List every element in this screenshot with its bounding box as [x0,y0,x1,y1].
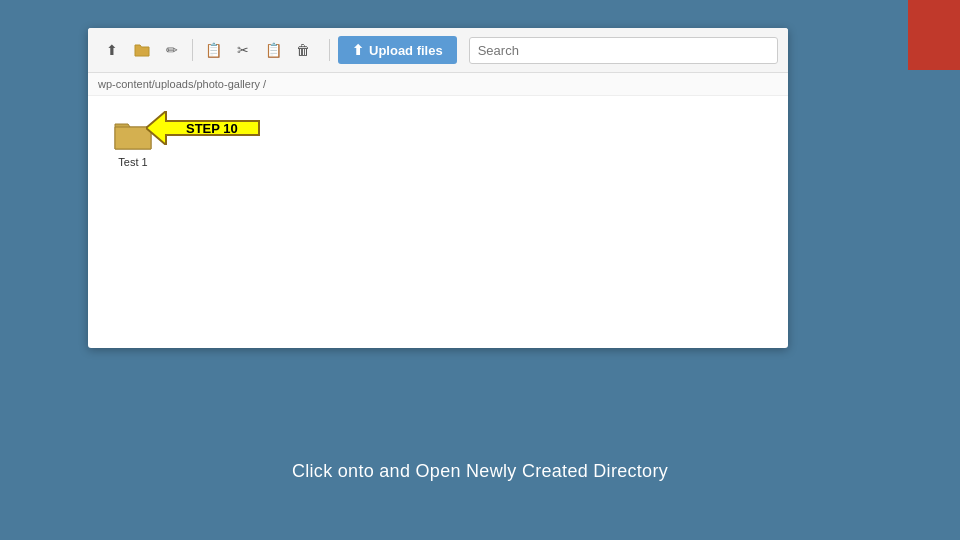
file-manager-panel: ⬆ ✏ 📋 ✂ 📋 🗑 ⬆ Upload files wp-content/up… [88,28,788,348]
step-arrow-svg: STEP 10 [146,111,261,145]
separator [192,39,193,61]
delete-icon[interactable]: 🗑 [289,36,317,64]
upload-files-label: Upload files [369,43,443,58]
separator-2 [329,39,330,61]
edit-icon[interactable]: ✏ [158,36,186,64]
red-bar [908,0,960,70]
step-label-text: STEP 10 [186,121,238,136]
search-input[interactable] [469,37,778,64]
copy-icon[interactable]: 📋 [199,36,227,64]
caption: Click onto and Open Newly Created Direct… [0,461,960,482]
toolbar-icons: ⬆ ✏ 📋 ✂ 📋 🗑 [98,36,317,64]
upload-icon[interactable]: ⬆ [98,36,126,64]
toolbar: ⬆ ✏ 📋 ✂ 📋 🗑 ⬆ Upload files [88,28,788,73]
upload-arrow-icon: ⬆ [352,42,364,58]
step-arrow-wrapper: STEP 10 [146,111,261,145]
caption-text: Click onto and Open Newly Created Direct… [292,461,668,481]
breadcrumb-path: wp-content/uploads/photo-gallery / [98,78,266,90]
cut-icon[interactable]: ✂ [229,36,257,64]
breadcrumb: wp-content/uploads/photo-gallery / [88,73,788,96]
paste-icon[interactable]: 📋 [259,36,287,64]
upload-files-button[interactable]: ⬆ Upload files [338,36,457,64]
new-folder-icon[interactable] [128,36,156,64]
folder-label: Test 1 [118,156,147,168]
content-area: Test 1 STEP 10 [88,96,788,188]
